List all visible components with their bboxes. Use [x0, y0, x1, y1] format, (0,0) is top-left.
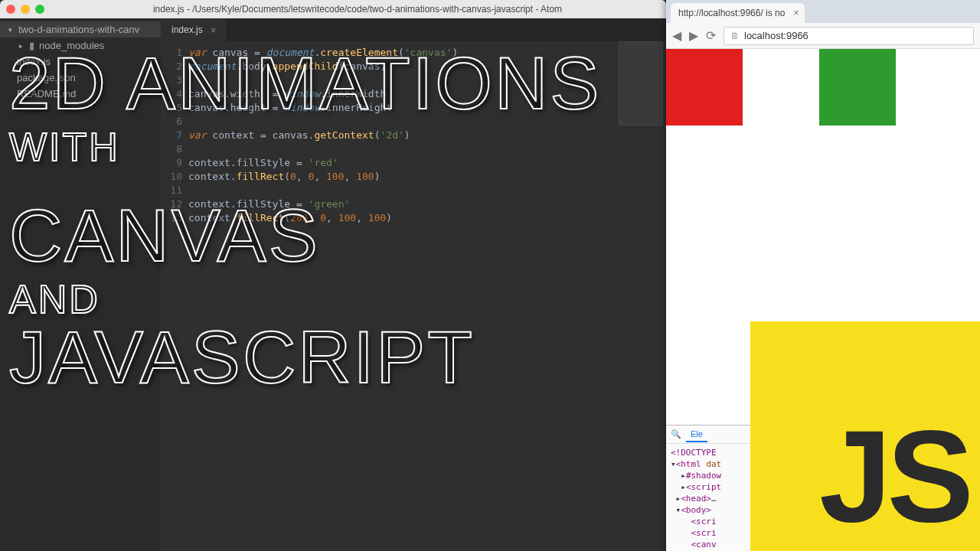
reload-icon[interactable]: ⟳ — [706, 28, 716, 43]
close-tab-icon[interactable]: × — [793, 8, 799, 18]
editor-pane: index.js × 1234567 8910111213 var canvas… — [161, 18, 666, 551]
tree-file-package[interactable]: package.json — [0, 70, 161, 86]
tree-item-label: README.md — [17, 88, 76, 99]
atom-window: index.js - /Users/Kyle/Documents/letswri… — [0, 0, 666, 551]
browser-toolbar: ◀ ▶ ⟳ 🗎 localhost:9966 — [666, 23, 980, 49]
close-window-icon[interactable] — [6, 5, 15, 14]
search-icon[interactable]: 🔍 — [671, 429, 681, 439]
tree-file-index[interactable]: index.js — [0, 54, 161, 70]
tree-file-readme[interactable]: README.md — [0, 86, 161, 102]
project-root[interactable]: ▾ two-d-animations-with-canv — [0, 21, 161, 37]
js-logo-text: JS — [819, 401, 969, 551]
forward-icon[interactable]: ▶ — [689, 28, 698, 43]
editor-tab-index[interactable]: index.js × — [161, 18, 227, 41]
tree-item-label: package.json — [17, 72, 76, 83]
tree-item-label: node_modules — [39, 40, 104, 51]
page-icon: 🗎 — [730, 31, 740, 41]
url-text: localhost:9966 — [744, 30, 808, 41]
zoom-window-icon[interactable] — [35, 5, 44, 14]
tab-label: http://localhost:9966/ is no — [678, 8, 785, 18]
browser-tabstrip: http://localhost:9966/ is no × — [666, 0, 980, 23]
code-lines[interactable]: var canvas = document.createElement('can… — [188, 46, 666, 551]
chevron-right-icon: ▸ — [17, 42, 24, 50]
line-gutter: 1234567 8910111213 — [161, 46, 188, 551]
canvas-red-square — [666, 49, 743, 126]
address-bar[interactable]: 🗎 localhost:9966 — [724, 27, 974, 45]
back-icon[interactable]: ◀ — [672, 28, 681, 43]
chevron-down-icon: ▾ — [6, 26, 14, 34]
tree-item-label: index.js — [17, 56, 51, 67]
window-controls — [6, 5, 44, 14]
minimize-window-icon[interactable] — [21, 5, 30, 14]
minimap[interactable] — [619, 41, 663, 126]
window-title: index.js - /Users/Kyle/Documents/letswri… — [55, 4, 660, 15]
tree-folder-node_modules[interactable]: ▸ ▮ node_modules — [0, 37, 161, 54]
browser-tab[interactable]: http://localhost:9966/ is no × — [671, 3, 805, 23]
project-name: two-d-animations-with-canv — [18, 24, 139, 35]
js-logo: JS — [750, 321, 980, 551]
canvas-green-square — [819, 49, 896, 126]
editor-tabbar: index.js × — [161, 18, 666, 41]
devtools-tab-elements[interactable]: Ele — [686, 427, 707, 442]
atom-titlebar: index.js - /Users/Kyle/Documents/letswri… — [0, 0, 666, 18]
folder-icon: ▮ — [29, 40, 34, 51]
code-editor[interactable]: 1234567 8910111213 var canvas = document… — [161, 41, 666, 551]
project-tree[interactable]: ▾ two-d-animations-with-canv ▸ ▮ node_mo… — [0, 18, 161, 551]
tab-label: index.js — [172, 24, 203, 35]
close-tab-icon[interactable]: × — [211, 24, 217, 36]
